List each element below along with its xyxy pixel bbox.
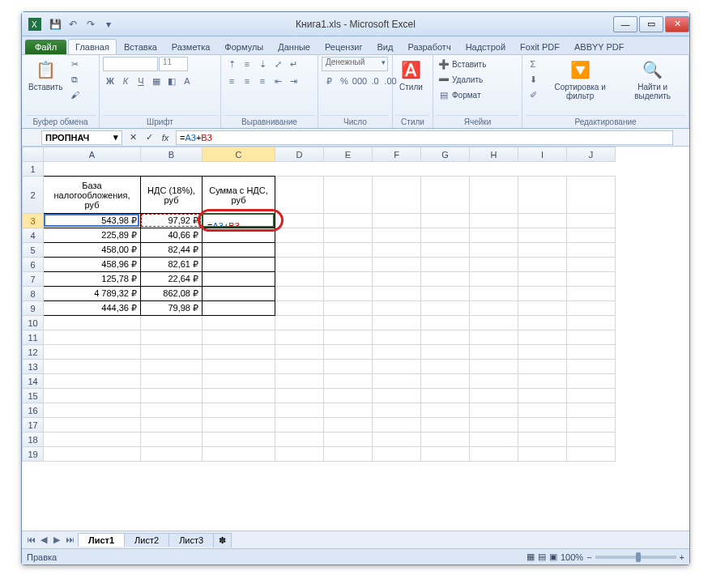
cell-H19[interactable]: [470, 447, 518, 462]
orientation-icon[interactable]: ⤢: [271, 57, 285, 71]
cell-H6[interactable]: [470, 258, 518, 272]
cell-F5[interactable]: [373, 243, 421, 258]
cell-G19[interactable]: [421, 447, 470, 462]
paste-button[interactable]: 📋 Вставить: [25, 57, 66, 93]
col-header-D[interactable]: D: [275, 147, 324, 162]
cell-G8[interactable]: [421, 287, 470, 301]
cell-A15[interactable]: [44, 389, 141, 403]
copy-icon[interactable]: ⧉: [67, 72, 82, 87]
align-left-icon[interactable]: ≡: [224, 74, 239, 88]
cell-E13[interactable]: [324, 360, 373, 374]
align-middle-icon[interactable]: ≡: [240, 57, 254, 71]
cell-J1[interactable]: [567, 162, 616, 177]
cell-C4[interactable]: [203, 228, 275, 243]
cell-A14[interactable]: [44, 374, 141, 389]
cell-F18[interactable]: [373, 432, 421, 447]
row-header-3[interactable]: 3: [23, 214, 44, 228]
tab-formulas[interactable]: Формулы: [217, 39, 271, 54]
insert-cells-icon[interactable]: ➕: [437, 57, 451, 71]
cell-I12[interactable]: [518, 345, 567, 360]
cell-E3[interactable]: [324, 214, 373, 228]
row-header-9[interactable]: 9: [23, 301, 44, 316]
tab-home[interactable]: Главная: [68, 39, 117, 54]
cell-G18[interactable]: [421, 432, 470, 447]
cell-E19[interactable]: [324, 447, 373, 462]
cell-E2[interactable]: [324, 177, 373, 214]
format-cells-label[interactable]: Формат: [452, 91, 481, 100]
sheet-nav-next[interactable]: ▶: [51, 535, 62, 545]
cell-A13[interactable]: [44, 360, 141, 374]
cell-E5[interactable]: [324, 243, 373, 258]
name-box-dropdown-icon[interactable]: ▾: [113, 132, 118, 143]
cell-G12[interactable]: [421, 345, 470, 360]
align-top-icon[interactable]: ⇡: [224, 57, 239, 71]
cell-G7[interactable]: [421, 272, 470, 287]
cell-C10[interactable]: [203, 316, 275, 330]
delete-cells-icon[interactable]: ➖: [437, 72, 451, 87]
redo-icon[interactable]: ↷: [83, 17, 98, 32]
cell-F19[interactable]: [373, 447, 421, 462]
cell-D18[interactable]: [275, 432, 324, 447]
maximize-button[interactable]: ▭: [639, 16, 663, 32]
align-center-icon[interactable]: ≡: [240, 74, 254, 88]
tab-file[interactable]: Файл: [25, 40, 66, 54]
cell-C12[interactable]: [203, 345, 275, 360]
cell-C14[interactable]: [203, 374, 275, 389]
row-header-5[interactable]: 5: [23, 243, 44, 258]
cell-B4[interactable]: 40,66 ₽: [141, 228, 203, 243]
cell-H10[interactable]: [470, 316, 518, 330]
sheet-nav-first[interactable]: ⏮: [25, 535, 36, 545]
cell-F4[interactable]: [373, 228, 421, 243]
cell-I1[interactable]: [518, 162, 567, 177]
cell-E9[interactable]: [324, 301, 373, 316]
cell-B2[interactable]: НДС (18%), руб: [141, 177, 203, 214]
cell-E8[interactable]: [324, 287, 373, 301]
cell-F6[interactable]: [373, 258, 421, 272]
cell-I17[interactable]: [518, 418, 567, 432]
cell-J17[interactable]: [567, 418, 616, 432]
cell-I11[interactable]: [518, 330, 567, 345]
col-header-F[interactable]: F: [373, 147, 421, 162]
clear-icon[interactable]: ✐: [526, 87, 540, 102]
cell-F13[interactable]: [373, 360, 421, 374]
worksheet-area[interactable]: ABCDEFGHIJ12База налогообложения, рубНДС…: [22, 147, 689, 530]
cell-E6[interactable]: [324, 258, 373, 272]
cell-F8[interactable]: [373, 287, 421, 301]
col-header-I[interactable]: I: [518, 147, 567, 162]
cell-B10[interactable]: [141, 316, 203, 330]
sort-filter-button[interactable]: 🔽 Сортировка и фильтр: [542, 57, 618, 102]
qat-dropdown-icon[interactable]: ▾: [101, 17, 116, 32]
cell-H9[interactable]: [470, 301, 518, 316]
undo-icon[interactable]: ↶: [66, 17, 80, 32]
cell-D13[interactable]: [275, 360, 324, 374]
cell-C13[interactable]: [203, 360, 275, 374]
row-header-2[interactable]: 2: [23, 177, 44, 214]
cell-H5[interactable]: [470, 243, 518, 258]
cell-H16[interactable]: [470, 403, 518, 418]
minimize-button[interactable]: —: [613, 16, 637, 32]
cell-A5[interactable]: 458,00 ₽: [44, 243, 141, 258]
cell-E7[interactable]: [324, 272, 373, 287]
cell-D7[interactable]: [275, 272, 324, 287]
cell-B17[interactable]: [141, 418, 203, 432]
sheet-tab-3[interactable]: Лист3: [168, 533, 214, 547]
cell-J11[interactable]: [567, 330, 616, 345]
cell-I18[interactable]: [518, 432, 567, 447]
cell-J12[interactable]: [567, 345, 616, 360]
cell-C9[interactable]: [203, 301, 275, 316]
cell-H11[interactable]: [470, 330, 518, 345]
cell-B18[interactable]: [141, 432, 203, 447]
cell-H13[interactable]: [470, 360, 518, 374]
cell-A6[interactable]: 458,96 ₽: [44, 258, 141, 272]
cell-A2[interactable]: База налогообложения, руб: [44, 177, 141, 214]
row-header-14[interactable]: 14: [23, 374, 44, 389]
cell-H7[interactable]: [470, 272, 518, 287]
cell-F17[interactable]: [373, 418, 421, 432]
cell-G3[interactable]: [421, 214, 470, 228]
cell-H4[interactable]: [470, 228, 518, 243]
cell-H2[interactable]: [470, 177, 518, 214]
font-name-combo[interactable]: [103, 57, 158, 71]
cell-G4[interactable]: [421, 228, 470, 243]
cell-I15[interactable]: [518, 389, 567, 403]
cell-J7[interactable]: [567, 272, 616, 287]
